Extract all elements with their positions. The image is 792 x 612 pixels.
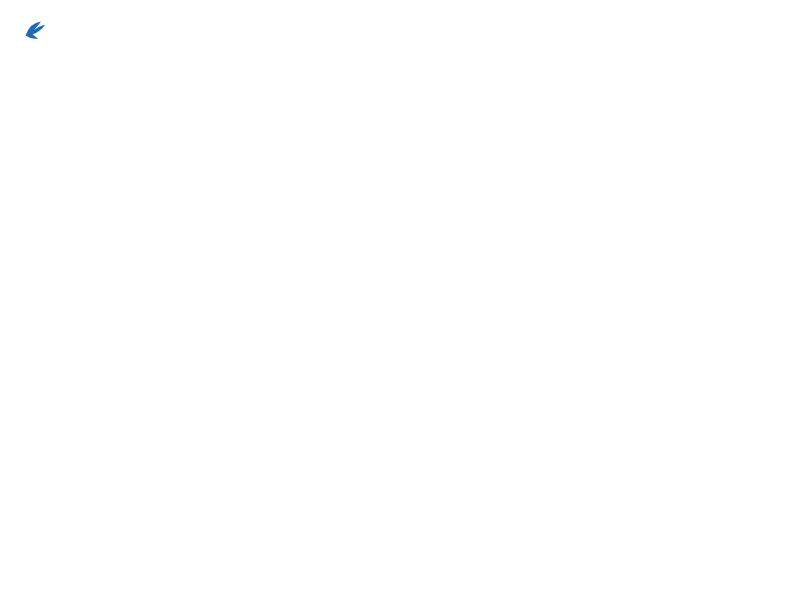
logo: [16, 16, 48, 44]
page-header: [16, 16, 776, 44]
logo-bird-icon: [20, 16, 48, 44]
